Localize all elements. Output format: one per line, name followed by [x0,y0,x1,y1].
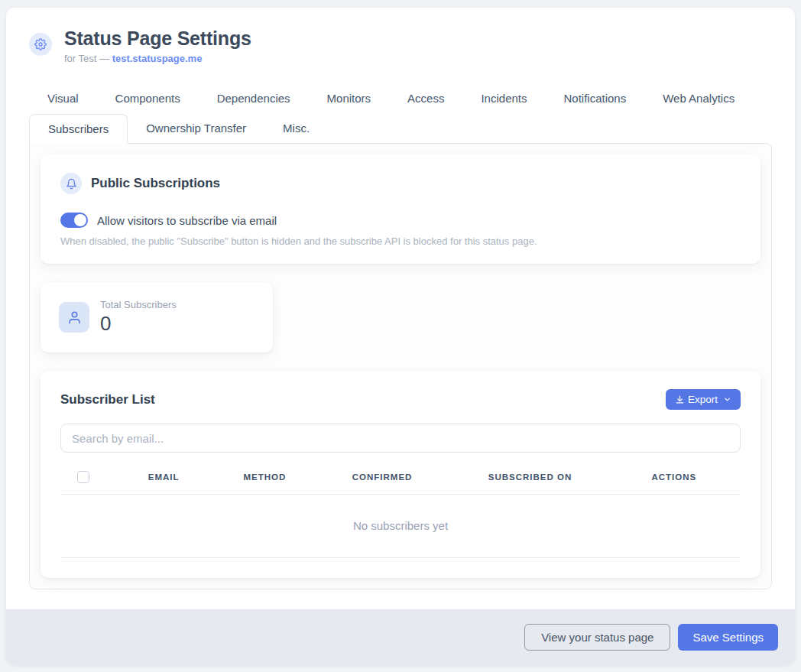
view-status-page-button[interactable]: View your status page [524,624,670,651]
tab-misc[interactable]: Misc. [264,114,328,143]
col-header-subscribed-on: SUBSCRIBED ON [482,460,646,495]
col-header-email: EMAIL [142,460,238,495]
table-bottom-spacer [60,558,741,575]
empty-state-message: No subscribers yet [60,495,741,558]
page-header-text: Status Page Settings for Test — test.sta… [64,28,251,64]
subscribe-toggle[interactable] [60,213,88,228]
tabs-container: Visual Components Dependencies Monitors … [6,78,795,143]
tab-monitors[interactable]: Monitors [309,84,390,112]
col-header-confirmed: CONFIRMED [346,460,482,495]
subscribe-toggle-row: Allow visitors to subscribe via email [60,213,741,228]
public-subscriptions-card: Public Subscriptions Allow visitors to s… [41,154,760,264]
public-subscriptions-header: Public Subscriptions [60,173,741,194]
tab-dependencies[interactable]: Dependencies [199,84,309,112]
tab-access[interactable]: Access [389,84,462,112]
gear-icon [29,33,52,56]
export-button-label: Export [688,394,718,405]
total-subscribers-value: 0 [100,312,177,336]
subscribers-table: EMAIL METHOD CONFIRMED SUBSCRIBED ON ACT… [60,460,741,558]
tabs-row-2: Subscribers Ownership Transfer Misc. [29,114,772,143]
subscriber-list-header: Subscriber List Export [60,389,741,410]
subscribe-helper-text: When disabled, the public "Subscribe" bu… [60,235,741,247]
page-header: Status Page Settings for Test — test.sta… [6,8,795,78]
bell-icon [60,173,82,194]
download-icon [675,394,685,404]
subscribe-toggle-label: Allow visitors to subscribe via email [97,214,277,227]
tab-web-analytics[interactable]: Web Analytics [644,84,753,112]
export-button[interactable]: Export [666,389,741,410]
total-subscribers-card: Total Subscribers 0 [41,282,273,352]
subscriber-list-card: Subscriber List Export [41,371,760,578]
total-subscribers-label: Total Subscribers [100,299,177,310]
table-header-row: EMAIL METHOD CONFIRMED SUBSCRIBED ON ACT… [60,460,741,495]
tab-subscribers[interactable]: Subscribers [29,114,128,144]
page-subtitle: for Test — test.statuspage.me [64,53,251,64]
settings-page-card: Status Page Settings for Test — test.sta… [6,8,795,665]
col-header-method: METHOD [237,460,345,495]
total-subscribers-text: Total Subscribers 0 [100,299,177,336]
select-all-checkbox[interactable] [77,471,89,483]
user-icon [59,302,89,333]
col-header-actions: ACTIONS [645,460,741,495]
tab-ownership-transfer[interactable]: Ownership Transfer [128,114,264,143]
footer-action-bar: View your status page Save Settings [6,609,795,665]
public-subscriptions-title: Public Subscriptions [91,176,220,191]
tab-visual[interactable]: Visual [29,84,97,112]
subscriber-list-title: Subscriber List [60,392,155,407]
chevron-down-icon [723,395,731,404]
tab-components[interactable]: Components [97,84,199,112]
tab-notifications[interactable]: Notifications [546,84,645,112]
tabs-row-1: Visual Components Dependencies Monitors … [29,84,772,112]
page-title: Status Page Settings [64,28,251,50]
search-input[interactable] [60,424,741,453]
subtitle-prefix: for Test — [64,53,112,64]
status-page-link[interactable]: test.statuspage.me [112,53,203,64]
toggle-knob [74,214,86,226]
subscribers-tab-panel: Public Subscriptions Allow visitors to s… [29,143,772,589]
tab-incidents[interactable]: Incidents [462,84,545,112]
save-settings-button[interactable]: Save Settings [678,624,778,651]
empty-state-row: No subscribers yet [60,495,741,558]
